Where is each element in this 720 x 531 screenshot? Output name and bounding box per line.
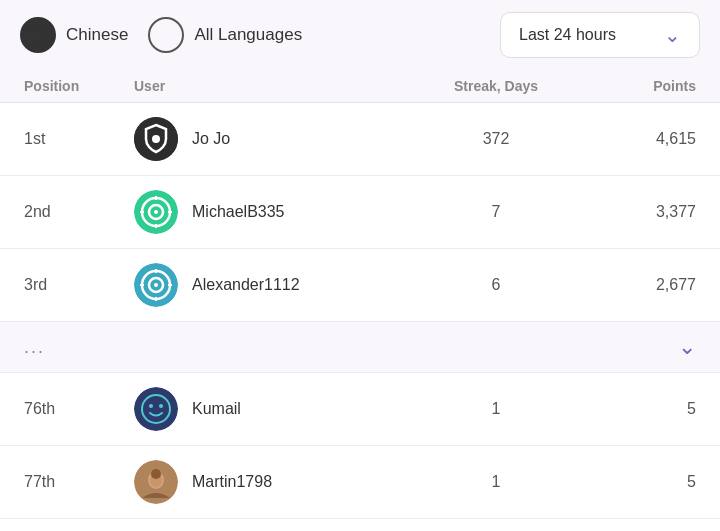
points-3: 2,677 [576,276,696,294]
leaderboard-table: Position User Streak, Days Points 1st Jo… [0,70,720,531]
table-row: 3rd Alexander1112 6 2,677 [0,249,720,322]
table-row: 77th Martin1798 1 5 [0,446,720,519]
photo-avatar-icon [134,460,178,504]
chinese-radio[interactable] [20,17,56,53]
avatar-2 [134,190,178,234]
svg-point-5 [154,210,158,214]
username-1: Jo Jo [192,130,230,148]
dropdown-label: Last 24 hours [519,26,616,44]
target-avatar-icon [134,190,178,234]
all-languages-filter[interactable]: All Languages [148,17,302,53]
user-cell-76: Kumail [134,387,416,431]
svg-point-25 [151,469,161,479]
time-filter-dropdown[interactable]: Last 24 hours ⌄ [500,12,700,58]
svg-point-1 [152,135,160,143]
target2-avatar-icon [134,263,178,307]
smiley-avatar-icon [134,387,178,431]
avatar-77 [134,460,178,504]
table-row: 78th WylieT 1 5 [0,519,720,531]
user-cell-77: Martin1798 [134,460,416,504]
chevron-down-icon: ⌄ [664,23,681,47]
user-cell-1: Jo Jo [134,117,416,161]
position-2: 2nd [24,203,134,221]
all-languages-radio[interactable] [148,17,184,53]
username-3: Alexander1112 [192,276,300,294]
user-cell-2: MichaelB335 [134,190,416,234]
avatar-1 [134,117,178,161]
table-row: 76th Kumail 1 5 [0,373,720,446]
chinese-filter[interactable]: Chinese [20,17,128,53]
svg-point-18 [134,387,178,431]
position-3: 3rd [24,276,134,294]
position-77: 77th [24,473,134,491]
separator-row[interactable]: ... ⌄ [0,322,720,373]
points-2: 3,377 [576,203,696,221]
ellipsis: ... [24,337,45,358]
streak-2: 7 [416,203,576,221]
shield-avatar-icon [134,117,178,161]
points-1: 4,615 [576,130,696,148]
header-user: User [134,78,416,94]
streak-1: 372 [416,130,576,148]
expand-chevron-icon[interactable]: ⌄ [678,334,696,360]
streak-3: 6 [416,276,576,294]
position-76: 76th [24,400,134,418]
avatar-76 [134,387,178,431]
header-points: Points [576,78,696,94]
position-1: 1st [24,130,134,148]
avatar-3 [134,263,178,307]
svg-point-21 [159,404,163,408]
table-row: 1st Jo Jo 372 4,615 [0,103,720,176]
points-76: 5 [576,400,696,418]
streak-76: 1 [416,400,576,418]
table-row: 2nd MichaelB335 7 3,377 [0,176,720,249]
username-76: Kumail [192,400,241,418]
header-position: Position [24,78,134,94]
chinese-label: Chinese [66,25,128,45]
username-2: MichaelB335 [192,203,285,221]
table-header: Position User Streak, Days Points [0,70,720,103]
all-languages-label: All Languages [194,25,302,45]
top-bar: Chinese All Languages Last 24 hours ⌄ [0,0,720,70]
header-streak: Streak, Days [416,78,576,94]
streak-77: 1 [416,473,576,491]
points-77: 5 [576,473,696,491]
username-77: Martin1798 [192,473,272,491]
svg-point-20 [149,404,153,408]
user-cell-3: Alexander1112 [134,263,416,307]
svg-point-13 [154,283,158,287]
